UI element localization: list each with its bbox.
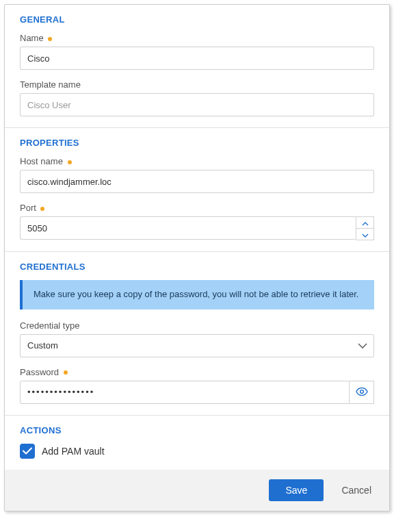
required-icon — [68, 160, 72, 164]
save-button[interactable]: Save — [269, 479, 324, 501]
footer-bar: Save Cancel — [5, 470, 389, 511]
template-label: Template name — [20, 79, 374, 90]
chevron-up-icon — [362, 217, 369, 228]
add-pam-vault-label: Add PAM vault — [42, 446, 105, 457]
host-field: Host name — [20, 156, 374, 193]
spinner-up-button[interactable] — [356, 217, 373, 228]
host-label-text: Host name — [20, 156, 63, 166]
password-label: Password — [20, 367, 374, 377]
eye-icon — [356, 387, 368, 398]
port-input[interactable] — [20, 216, 356, 240]
section-general: GENERAL Name Template name — [5, 5, 389, 127]
host-label: Host name — [20, 156, 374, 166]
section-properties: PROPERTIES Host name Port — [5, 127, 389, 251]
name-input[interactable] — [20, 47, 374, 70]
svg-point-0 — [360, 390, 363, 393]
add-pam-vault-checkbox-row[interactable]: Add PAM vault — [20, 444, 374, 459]
password-alert: Make sure you keep a copy of the passwor… — [20, 280, 374, 309]
add-pam-vault-checkbox[interactable] — [20, 444, 35, 459]
password-input[interactable] — [20, 381, 350, 404]
spinner-buttons — [356, 216, 374, 240]
chevron-down-icon — [362, 229, 369, 240]
section-actions: ACTIONS Add PAM vault — [5, 415, 389, 470]
config-panel: GENERAL Name Template name PROPERTIES Ho… — [4, 4, 390, 511]
port-stepper — [20, 216, 374, 240]
credential-type-select-wrap — [20, 334, 374, 357]
check-icon — [23, 446, 32, 457]
credential-type-select[interactable] — [20, 334, 374, 357]
name-label-text: Name — [20, 33, 44, 43]
spinner-down-button[interactable] — [356, 228, 373, 240]
host-input[interactable] — [20, 170, 374, 193]
password-input-wrap — [20, 381, 374, 404]
port-label-text: Port — [20, 203, 36, 213]
section-credentials: CREDENTIALS Make sure you keep a copy of… — [5, 251, 389, 415]
credential-type-field: Credential type — [20, 320, 374, 357]
reveal-password-button[interactable] — [350, 381, 374, 404]
credentials-header: CREDENTIALS — [20, 262, 374, 272]
credential-type-label: Credential type — [20, 320, 374, 331]
required-icon — [40, 207, 44, 211]
password-label-text: Password — [20, 367, 59, 377]
name-label: Name — [20, 33, 374, 43]
name-field: Name — [20, 33, 374, 70]
cancel-button[interactable]: Cancel — [339, 479, 374, 501]
required-icon — [48, 37, 52, 41]
template-field: Template name — [20, 79, 374, 116]
actions-header: ACTIONS — [20, 425, 374, 435]
properties-header: PROPERTIES — [20, 138, 374, 148]
password-field: Password — [20, 367, 374, 404]
template-input — [20, 93, 374, 116]
port-label: Port — [20, 203, 374, 213]
port-field: Port — [20, 203, 374, 240]
required-icon — [64, 370, 68, 375]
general-header: GENERAL — [20, 14, 374, 25]
